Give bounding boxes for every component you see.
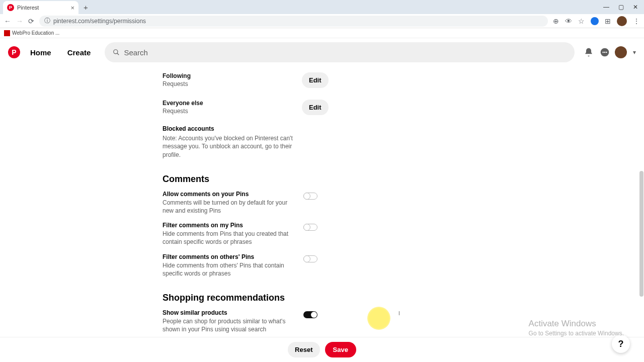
filter-others-desc: Hide comments from others' Pins that con… [163,261,298,278]
search-icon [113,49,120,56]
site-info-icon[interactable]: ⓘ [44,17,50,25]
forward-button[interactable]: → [16,17,23,25]
activate-windows-watermark: Activate Windows Go to Settings to activ… [529,319,624,337]
reset-button[interactable]: Reset [288,342,319,357]
window-controls: — ▢ ✕ [603,4,644,11]
minimize-button[interactable]: — [603,4,609,11]
everyone-desc: Requests [163,108,296,116]
url-text: pinterest.com/settings/permissions [53,18,146,25]
back-button[interactable]: ← [4,17,11,25]
eye-off-icon[interactable]: 👁 [565,17,572,25]
notifications-icon[interactable] [583,46,595,58]
pinterest-logo[interactable]: P [8,46,20,58]
pinterest-favicon: P [7,4,14,11]
bookmark-favicon [4,30,10,36]
pinterest-header: P Home Create Search ▾ [0,38,644,66]
filter-mine-title: Filter comments on my Pins [163,222,298,229]
tab-title: Pinterest [17,5,39,11]
similar-products-title: Show similar products [163,309,298,316]
bookmark-star-icon[interactable]: ☆ [578,17,585,25]
everyone-title: Everyone else [163,100,296,107]
search-bar[interactable]: Search [105,42,575,62]
click-highlight [367,307,390,330]
allow-comments-title: Allow comments on your Pins [163,191,298,198]
blocked-desc: Note: Accounts you've blocked on Pintere… [163,134,308,159]
url-bar[interactable]: ⓘ pinterest.com/settings/permissions [39,16,548,27]
browser-tab-strip: P Pinterest × + — ▢ ✕ [0,0,644,14]
browser-tab[interactable]: P Pinterest × [3,1,78,14]
settings-footer: Reset Save [0,337,644,362]
comments-heading: Comments [163,174,644,185]
extensions-puzzle-icon[interactable]: ⊞ [605,17,611,25]
similar-products-desc: People can shop for products similar to … [163,317,298,333]
following-title: Following [163,72,296,79]
install-app-icon[interactable]: ⊕ [553,17,559,25]
account-chevron-icon[interactable]: ▾ [633,49,636,56]
account-avatar[interactable] [615,46,627,58]
help-button[interactable]: ? [612,335,630,353]
nav-create[interactable]: Create [61,48,97,57]
save-button[interactable]: Save [325,342,356,357]
scrollbar[interactable] [639,65,644,337]
svg-point-5 [606,52,607,53]
bookmark-item[interactable]: WebPro Education ... [12,30,59,36]
svg-point-4 [604,52,606,53]
filter-others-toggle[interactable] [303,255,317,262]
following-edit-button[interactable]: Edit [302,72,329,88]
activate-desc: Go to Settings to activate Windows. [529,330,624,337]
filter-mine-desc: Hide comments from Pins that you created… [163,230,298,246]
activate-title: Activate Windows [529,319,624,329]
reload-button[interactable]: ⟳ [28,17,34,25]
search-placeholder: Search [124,48,148,57]
filter-mine-toggle[interactable] [303,224,317,231]
bookmarks-bar: WebPro Education ... [0,28,644,38]
svg-point-0 [114,50,118,54]
following-desc: Requests [163,80,296,88]
browser-toolbar: ← → ⟳ ⓘ pinterest.com/settings/permissio… [0,14,644,28]
profile-avatar-browser[interactable] [617,16,627,26]
cursor-icon: I [398,311,400,316]
filter-others-title: Filter comments on others' Pins [163,253,298,260]
settings-content: Following Requests Edit Everyone else Re… [0,66,644,338]
shopping-heading: Shopping recommendations [163,293,644,303]
new-tab-button[interactable]: + [84,3,88,12]
scrollbar-thumb[interactable] [639,171,643,297]
allow-comments-desc: Comments will be turned on by default fo… [163,199,298,215]
messages-icon[interactable] [599,46,611,58]
blocked-title: Blocked accounts [163,125,644,132]
extension-icon[interactable] [591,17,599,25]
svg-line-1 [117,53,119,55]
svg-point-3 [602,52,604,53]
maximize-button[interactable]: ▢ [618,4,624,11]
close-window-button[interactable]: ✕ [633,4,638,11]
nav-home[interactable]: Home [24,48,57,57]
everyone-edit-button[interactable]: Edit [302,100,329,115]
close-tab-icon[interactable]: × [70,4,74,12]
similar-products-toggle[interactable] [303,311,317,318]
browser-menu-icon[interactable]: ⋮ [633,17,640,25]
allow-comments-toggle[interactable] [303,193,317,200]
